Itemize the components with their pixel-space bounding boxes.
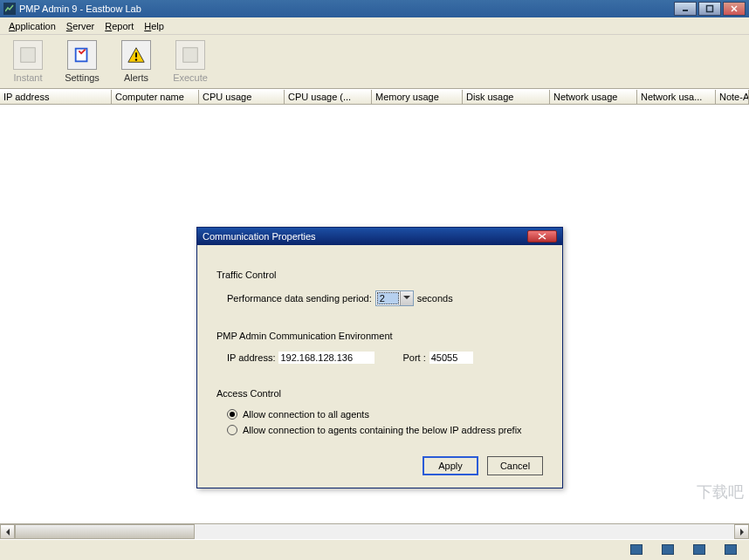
toolbar-settings-label: Settings	[65, 72, 100, 83]
col-cpu2[interactable]: CPU usage (...	[285, 90, 372, 104]
instant-icon	[13, 40, 43, 70]
col-cpu[interactable]: CPU usage	[199, 90, 285, 104]
radio-allow-prefix[interactable]	[227, 425, 237, 435]
tray-icon-3	[693, 544, 705, 555]
horizontal-scrollbar	[0, 523, 749, 539]
svg-rect-1	[707, 6, 713, 12]
ip-label: IP address:	[227, 352, 275, 363]
communication-properties-dialog: Communication Properties Traffic Control…	[196, 227, 563, 488]
period-value: 2	[377, 292, 399, 304]
column-headers: IP address Computer name CPU usage CPU u…	[0, 89, 749, 105]
statusbar	[0, 539, 749, 558]
status-tray	[630, 544, 746, 555]
col-network2[interactable]: Network usa...	[637, 90, 716, 104]
scroll-left-button[interactable]	[0, 524, 15, 539]
env-heading: PMP Admin Communication Environment	[216, 331, 543, 341]
tray-icon-1	[630, 544, 642, 555]
app-icon	[3, 3, 16, 15]
toolbar-instant-label: Instant	[13, 72, 42, 83]
scroll-track[interactable]	[15, 524, 734, 539]
menu-application-label: pplication	[15, 21, 55, 31]
scroll-thumb[interactable]	[15, 524, 195, 539]
period-combo[interactable]: 2	[375, 290, 414, 306]
toolbar: Instant Settings Alerts Execute	[0, 35, 749, 89]
toolbar-alerts-label: Alerts	[124, 72, 148, 83]
dialog-title: Communication Properties	[203, 231, 316, 242]
radio-allow-all[interactable]	[227, 409, 237, 420]
cancel-button[interactable]: Cancel	[487, 456, 543, 475]
menu-server-label: erver	[72, 21, 94, 31]
seconds-label: seconds	[417, 293, 453, 304]
menu-help-label: elp	[151, 21, 164, 31]
content-area: Communication Properties Traffic Control…	[0, 105, 749, 523]
execute-icon	[175, 40, 205, 70]
col-network[interactable]: Network usage	[550, 90, 637, 104]
col-note[interactable]: Note-A	[716, 90, 749, 104]
svg-rect-8	[183, 48, 198, 63]
svg-rect-4	[21, 48, 36, 63]
chevron-down-icon[interactable]	[400, 291, 413, 305]
col-memory[interactable]: Memory usage	[372, 90, 463, 104]
ip-field[interactable]: 192.168.128.136	[278, 352, 374, 364]
close-button[interactable]	[723, 2, 746, 16]
menubar: Application Server Report Help	[0, 17, 749, 35]
watermark: 下载吧	[697, 481, 744, 502]
window-title: PMP Admin 9 - Eastbow Lab	[19, 3, 141, 14]
col-computer[interactable]: Computer name	[112, 90, 199, 104]
radio-allow-prefix-label: Allow connection to agents containing th…	[243, 425, 522, 435]
toolbar-settings[interactable]: Settings	[59, 38, 105, 85]
toolbar-execute-label: Execute	[173, 72, 208, 83]
close-icon	[538, 233, 546, 240]
titlebar: PMP Admin 9 - Eastbow Lab	[0, 0, 749, 17]
port-field[interactable]: 45055	[429, 352, 473, 364]
dialog-titlebar: Communication Properties	[197, 228, 562, 245]
tray-icon-2	[662, 544, 674, 555]
menu-help[interactable]: Help	[139, 19, 169, 33]
maximize-button[interactable]	[698, 2, 721, 16]
port-label: Port :	[402, 352, 425, 363]
toolbar-alerts[interactable]: Alerts	[113, 38, 159, 85]
alerts-icon	[121, 40, 151, 70]
access-heading: Access Control	[216, 388, 543, 399]
period-label: Performance data sending period:	[227, 293, 372, 304]
dialog-close-button[interactable]	[527, 230, 557, 242]
col-ip[interactable]: IP address	[0, 90, 112, 104]
tray-icon-4	[725, 544, 737, 555]
traffic-control-heading: Traffic Control	[216, 270, 543, 280]
menu-server[interactable]: Server	[61, 19, 100, 33]
toolbar-execute[interactable]: Execute	[168, 38, 213, 85]
apply-button[interactable]: Apply	[423, 456, 478, 475]
minimize-button[interactable]	[674, 2, 697, 16]
toolbar-instant[interactable]: Instant	[5, 38, 51, 85]
menu-application[interactable]: Application	[3, 19, 61, 33]
settings-icon	[67, 40, 97, 70]
radio-allow-all-label: Allow connection to all agents	[243, 409, 369, 420]
menu-report[interactable]: Report	[100, 19, 139, 33]
menu-report-label: eport	[112, 21, 134, 31]
scroll-right-button[interactable]	[734, 524, 749, 539]
svg-point-7	[135, 58, 137, 60]
col-disk[interactable]: Disk usage	[463, 90, 550, 104]
